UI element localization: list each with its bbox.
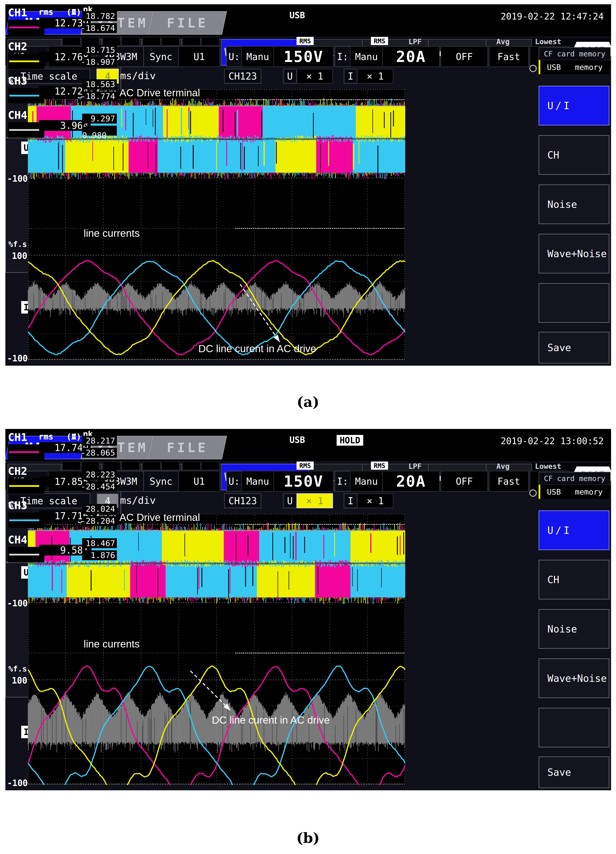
usb-memory-label[interactable]: USB memory bbox=[538, 60, 609, 74]
hold-indicator: HOLD bbox=[337, 435, 363, 446]
softkey-blank[interactable] bbox=[538, 708, 609, 747]
channel-label: CH2 bbox=[8, 465, 27, 477]
sync-value[interactable]: U1 bbox=[178, 471, 220, 492]
i-label: I: bbox=[334, 46, 351, 67]
tab-file[interactable]: FILE bbox=[148, 11, 227, 35]
sync-label: Sync bbox=[143, 471, 179, 492]
voltage-range[interactable]: 150V bbox=[273, 471, 334, 492]
element-box bbox=[103, 462, 121, 470]
i-rms-badge: RMS bbox=[371, 37, 388, 45]
lowest-label: Lowest bbox=[535, 37, 561, 46]
u-scale-value[interactable]: × 1 bbox=[297, 493, 333, 508]
softkey-wave-noise[interactable]: Wave+Noise bbox=[538, 234, 609, 273]
softkey-save[interactable]: Save bbox=[538, 332, 609, 363]
lpf-value[interactable]: OFF bbox=[441, 46, 488, 67]
dc-current-annotation: DC line curent in AC drive bbox=[212, 714, 330, 726]
usb-indicator: USB bbox=[290, 435, 305, 445]
i-mode[interactable]: Manu bbox=[350, 471, 383, 492]
u-label: U: bbox=[226, 471, 242, 492]
pk-negative-value: 1.876 bbox=[82, 550, 117, 560]
pk-positive-value: 28.217 bbox=[82, 436, 117, 446]
lpf-label: LPF bbox=[409, 37, 422, 46]
pk-negative-value: -18.674 bbox=[82, 23, 117, 33]
time-scale-unit: ms/div bbox=[120, 494, 156, 506]
softkey-save[interactable]: Save bbox=[538, 756, 609, 788]
tab-file[interactable]: FILE bbox=[148, 436, 227, 459]
pk-negative-value: -18.774 bbox=[82, 92, 117, 101]
softkey-noise[interactable]: Noise bbox=[538, 609, 609, 649]
avg-value[interactable]: Fast bbox=[489, 46, 529, 67]
figure-caption-b: (b) bbox=[0, 830, 616, 846]
u-mode[interactable]: Manu bbox=[241, 471, 274, 492]
channel-group[interactable]: CH123 bbox=[224, 493, 261, 508]
pk-positive-value: 28.223 bbox=[82, 470, 117, 480]
unit-header: (A) bbox=[67, 7, 81, 17]
timestamp: 2019-02-22 12:47:24 bbox=[501, 11, 607, 22]
pk-negative-value: -28.204 bbox=[82, 516, 117, 526]
timestamp: 2019-02-22 13:00:52 bbox=[501, 436, 607, 446]
u-scale-value[interactable]: × 1 bbox=[297, 69, 333, 84]
voltage-range[interactable]: 150V bbox=[273, 46, 334, 67]
current-axis-unit: %f.s bbox=[8, 665, 27, 673]
channel-label: CH1 bbox=[8, 431, 27, 444]
pk-negative-value: -28.065 bbox=[82, 448, 117, 458]
channel-group[interactable]: CH123 bbox=[224, 69, 261, 84]
pk-positive-value: 18.467 bbox=[82, 538, 117, 548]
channel-label: CH3 bbox=[8, 499, 27, 512]
softkey-noise[interactable]: Noise bbox=[538, 185, 609, 224]
element-box bbox=[183, 462, 200, 470]
usb-indicator: USB bbox=[290, 10, 305, 20]
softkey-u-i[interactable]: U/I bbox=[538, 86, 609, 125]
power-analyzer-screen: MEASSYSTEMFILE USB 2019-02-22 12:47:24 M… bbox=[5, 4, 611, 366]
pk-negative-value: - 0.980 bbox=[82, 126, 117, 136]
unit-header: (A) bbox=[67, 432, 81, 441]
time-scale-unit: ms/div bbox=[120, 70, 156, 81]
avg-value[interactable]: Fast bbox=[489, 471, 529, 492]
pk-negative-value: -18.907 bbox=[82, 57, 117, 67]
sync-value[interactable]: U1 bbox=[178, 46, 220, 67]
cf-card-memory-label[interactable]: CF card memory bbox=[538, 472, 611, 485]
element-box bbox=[162, 37, 180, 46]
softkey-blank[interactable] bbox=[538, 283, 609, 323]
channel-color-chip bbox=[8, 444, 44, 460]
lpf-value[interactable]: OFF bbox=[441, 471, 488, 492]
current-tick-100: 100 bbox=[12, 251, 27, 261]
i-scale-value[interactable]: × 1 bbox=[357, 493, 393, 508]
softkey-wave-noise[interactable]: Wave+Noise bbox=[538, 659, 609, 698]
i-scale-label: I bbox=[344, 493, 357, 508]
element-box bbox=[81, 37, 99, 46]
channel-color-chip bbox=[8, 122, 44, 138]
cf-card-memory-label[interactable]: CF card memory bbox=[538, 47, 611, 61]
tab-label: FILE bbox=[167, 440, 208, 455]
element-box bbox=[183, 37, 200, 46]
i-scale-label: I bbox=[344, 69, 357, 84]
dc-current-annotation: DC line curent in AC drive bbox=[198, 343, 316, 354]
current-range[interactable]: 20A bbox=[382, 46, 440, 67]
channel-color-line bbox=[9, 129, 43, 131]
u-label: U: bbox=[226, 46, 242, 67]
i-mode[interactable]: Manu bbox=[350, 46, 383, 67]
element-box bbox=[143, 462, 161, 470]
channel-color-line bbox=[9, 519, 43, 521]
current-plot-title: line currents bbox=[84, 638, 140, 650]
element-box bbox=[201, 462, 220, 470]
channel-label: CH1 bbox=[8, 6, 27, 19]
avg-label: Avg bbox=[496, 37, 509, 46]
softkey-ch[interactable]: CH bbox=[538, 135, 609, 175]
channel-color-line bbox=[9, 95, 43, 96]
current-range[interactable]: 20A bbox=[382, 471, 440, 492]
element-box bbox=[122, 462, 140, 470]
rms-header: rms bbox=[38, 432, 53, 441]
usb-memory-label[interactable]: USB memory bbox=[538, 485, 609, 499]
channel-color-chip bbox=[8, 53, 44, 69]
channel-color-line bbox=[9, 485, 43, 487]
element-box bbox=[201, 37, 220, 46]
softkey-ch[interactable]: CH bbox=[538, 560, 609, 599]
i-scale-value[interactable]: × 1 bbox=[357, 69, 393, 84]
channel-color-chip bbox=[8, 88, 44, 104]
memory-indicator-dot bbox=[529, 490, 537, 497]
channel-color-line bbox=[9, 554, 43, 555]
u-mode[interactable]: Manu bbox=[241, 46, 274, 67]
voltage-tick-neg100: -100 bbox=[7, 598, 27, 608]
softkey-u-i[interactable]: U/I bbox=[538, 511, 609, 550]
